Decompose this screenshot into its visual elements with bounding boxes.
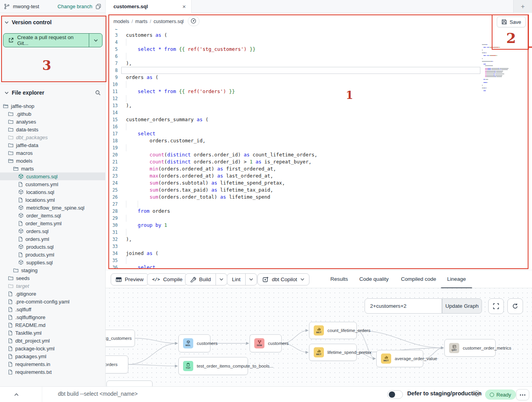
folder-icon bbox=[8, 143, 13, 147]
lineage-node-test_order_items[interactable]: TSTtest_order_items_compute_to_bools... bbox=[178, 357, 248, 375]
tree-item-customers.sql[interactable]: customers.sql bbox=[0, 172, 106, 180]
tab-compiled-code[interactable]: Compiled code bbox=[401, 270, 436, 287]
tree-item-dbt_packages[interactable]: dbt_packages bbox=[0, 133, 106, 141]
build-button[interactable]: Build bbox=[185, 273, 227, 285]
tree-item-customers.yml[interactable]: customers.yml bbox=[0, 180, 106, 188]
refresh-button[interactable] bbox=[507, 298, 523, 314]
tree-item-.sqlfluffignore[interactable]: .sqlfluffignore bbox=[0, 313, 106, 321]
search-icon[interactable] bbox=[95, 90, 101, 96]
tree-item-locations.sql[interactable]: locations.sql bbox=[0, 188, 106, 196]
lineage-selector-input[interactable]: 2+customers+2 bbox=[365, 298, 442, 314]
tree-item-target[interactable]: target bbox=[0, 282, 106, 290]
lineage-node-average_order_value[interactable]: METaverage_order_value bbox=[376, 350, 423, 367]
tree-item-README.md[interactable]: README.md bbox=[0, 321, 106, 329]
tree-item-.sqlfluff[interactable]: .sqlfluff bbox=[0, 305, 106, 313]
lineage-node-count_lifetime_orders[interactable]: METcount_lifetime_orders bbox=[309, 322, 357, 339]
tree-item-seeds[interactable]: seeds bbox=[0, 274, 106, 282]
preview-button[interactable]: Preview bbox=[111, 273, 149, 285]
close-icon[interactable]: × bbox=[182, 4, 186, 9]
tree-item-order_items.yml[interactable]: order_items.yml bbox=[0, 219, 106, 227]
tree-item-order_items.sql[interactable]: order_items.sql bbox=[0, 212, 106, 219]
tree-item-supplies.sql[interactable]: supplies.sql bbox=[0, 258, 106, 266]
breadcrumb-customers.sql[interactable]: customers.sql bbox=[154, 19, 184, 24]
button-label: Compile bbox=[163, 276, 183, 282]
update-graph-button[interactable]: Update Graph bbox=[442, 298, 482, 314]
tree-item-orders.yml[interactable]: orders.yml bbox=[0, 235, 106, 243]
tree-item-jaffle-data[interactable]: jaffle-data bbox=[0, 141, 106, 149]
table-icon bbox=[116, 277, 122, 282]
tab-lineage[interactable]: Lineage bbox=[447, 270, 466, 287]
tab-results[interactable]: Results bbox=[330, 270, 348, 287]
tree-item-packages.yml[interactable]: packages.yml bbox=[0, 352, 106, 360]
dbt-copilot-button[interactable]: dbt Copilot bbox=[257, 273, 309, 285]
tree-item-metricflow_time_spine.sql[interactable]: metricflow_time_spine.sql bbox=[0, 204, 106, 212]
save-button[interactable]: Save bbox=[497, 16, 526, 27]
change-branch-link[interactable]: Change branch bbox=[58, 4, 92, 9]
line-number: 6 bbox=[106, 53, 121, 60]
chevron-down-icon[interactable] bbox=[5, 21, 9, 24]
lineage-node-stg_customers[interactable]: stg_customers bbox=[106, 330, 135, 347]
chevron-down-icon[interactable] bbox=[245, 274, 257, 285]
cli-command-input[interactable]: dbt build --select <model_name> bbox=[58, 391, 138, 397]
tree-item-package-lock.yml[interactable]: package-lock.yml bbox=[0, 345, 106, 352]
new-tab-button[interactable]: + bbox=[521, 3, 525, 11]
help-icon[interactable]: ? bbox=[474, 391, 480, 397]
breadcrumb-models[interactable]: models bbox=[113, 19, 129, 24]
file-icon bbox=[8, 307, 13, 312]
tree-item-jaffle-shop[interactable]: jaffle-shop bbox=[0, 102, 106, 110]
line-number: 18 bbox=[106, 137, 121, 144]
chevron-down-icon[interactable] bbox=[5, 92, 9, 94]
tree-item-label: requirements.txt bbox=[15, 369, 52, 375]
tab-customers-sql[interactable]: customers.sql × bbox=[106, 0, 192, 13]
edge-orders-to-customers_model bbox=[128, 343, 178, 364]
chevron-down-icon[interactable] bbox=[216, 274, 227, 285]
lint-button[interactable]: Lint bbox=[227, 273, 257, 285]
tree-item-analyses[interactable]: analyses bbox=[0, 118, 106, 126]
tree-item-data-tests[interactable]: data-tests bbox=[0, 126, 106, 133]
tree-item-.gitignore[interactable]: .gitignore bbox=[0, 290, 106, 298]
model-icon bbox=[18, 205, 23, 210]
chevron-up-icon[interactable] bbox=[12, 390, 21, 399]
compile-button[interactable]: </>Compile bbox=[147, 273, 187, 285]
tree-item-Taskfile.yml[interactable]: Taskfile.yml bbox=[0, 329, 106, 337]
tree-item-requirements.in[interactable]: requirements.in bbox=[0, 360, 106, 368]
lineage-node-partial_bottom[interactable] bbox=[106, 380, 153, 386]
defer-toggle[interactable] bbox=[387, 390, 403, 399]
lineage-node-orders[interactable]: orders bbox=[106, 355, 128, 373]
code-line-23: max(orders.ordered_at) as last_ordered_a… bbox=[121, 172, 480, 179]
lineage-node-lifetime_spend_pretax[interactable]: METlifetime_spend_pretax bbox=[309, 344, 357, 361]
tree-item-products.yml[interactable]: products.yml bbox=[0, 251, 106, 258]
code-line-18: orders.customer_id, bbox=[121, 137, 480, 144]
tree-item-macros[interactable]: macros bbox=[0, 149, 106, 157]
tree-item-dbt_project.yml[interactable]: dbt_project.yml bbox=[0, 337, 106, 345]
copy-icon[interactable] bbox=[95, 4, 101, 9]
fullscreen-button[interactable] bbox=[488, 298, 504, 314]
lineage-node-customers_semantic[interactable]: SEMcustomers bbox=[250, 334, 282, 352]
code-line-8 bbox=[121, 67, 480, 74]
tab-code-quality[interactable]: Code quality bbox=[359, 270, 388, 287]
create-pr-button[interactable]: Create a pull request on Git... bbox=[3, 33, 102, 47]
breadcrumb-separator: / bbox=[131, 19, 133, 24]
lineage-node-customers_model[interactable]: MDLcustomers bbox=[178, 334, 210, 352]
tree-item-orders.sql[interactable]: orders.sql bbox=[0, 227, 106, 235]
tree-item-.pre-commit-config.yaml[interactable]: .pre-commit-config.yaml bbox=[0, 298, 106, 305]
tree-item-requirements.txt[interactable]: requirements.txt bbox=[0, 368, 106, 376]
dbt-copilot-gauge-button[interactable] bbox=[188, 16, 200, 26]
code-area[interactable]: 2345678910111213141516171819202122232425… bbox=[106, 29, 532, 270]
tree-item-products.sql[interactable]: products.sql bbox=[0, 243, 106, 251]
version-control-title: Version control bbox=[12, 19, 52, 25]
tree-item-models[interactable]: models bbox=[0, 157, 106, 165]
tree-item-.github[interactable]: .github bbox=[0, 110, 106, 118]
create-pr-caret[interactable] bbox=[89, 34, 102, 47]
tree-item-staging[interactable]: staging bbox=[0, 266, 106, 274]
tree-item-marts[interactable]: marts bbox=[0, 165, 106, 172]
code-line-31 bbox=[121, 229, 480, 236]
status-badge[interactable]: Ready bbox=[485, 389, 516, 400]
button-label: Build bbox=[199, 276, 211, 282]
code-icon: </> bbox=[152, 277, 160, 282]
more-options-button[interactable] bbox=[516, 389, 529, 400]
minimap[interactable] bbox=[482, 43, 518, 104]
breadcrumb-marts[interactable]: marts bbox=[135, 19, 147, 24]
tree-item-locations.yml[interactable]: locations.yml bbox=[0, 196, 106, 204]
lineage-node-customer_order_metrics[interactable]: QRYcustomer_order_metrics bbox=[444, 339, 496, 357]
